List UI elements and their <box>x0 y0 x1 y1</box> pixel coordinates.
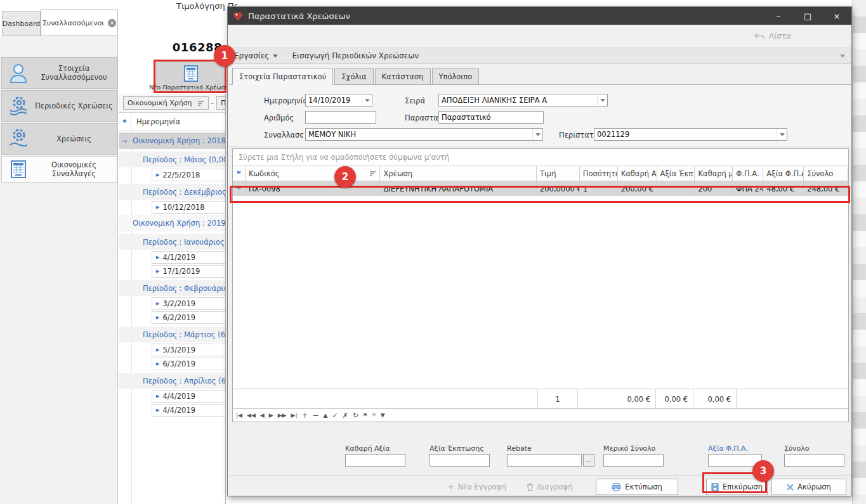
tab-synallassomenoi[interactable]: Συναλλασσόμενοι × <box>41 10 118 36</box>
tree-row-period[interactable]: Περίοδος : Μάρτιος (62,00 , <box>119 326 225 342</box>
nav-next-icon[interactable]: ▶ <box>269 412 273 418</box>
print-button[interactable]: Εκτύπωση <box>596 479 678 495</box>
tree-row-date[interactable]: ▶6/3/2019 <box>119 357 225 370</box>
cell-code[interactable]: ΠΧ-0098 <box>246 181 381 196</box>
net-value-field[interactable] <box>345 454 405 467</box>
tree-row-period[interactable]: Περίοδος : Μάιος (0,00 , 372 <box>119 152 225 167</box>
rebate-field[interactable] <box>507 454 582 467</box>
list-button[interactable]: Λίστα <box>769 32 791 41</box>
tab-dashboard[interactable]: Dashboard <box>2 11 41 36</box>
grid-data-row[interactable]: * ΠΧ-0098 ΔΙΕΡΕΥΝΗΤΙΚΗ ΛΑΠΑΡΟΤΟΜΙΑ 200,0… <box>233 181 848 196</box>
incident-dropdown-icon[interactable] <box>777 129 787 140</box>
tab-status[interactable]: Κατάσταση <box>375 68 431 85</box>
nav-refresh-icon[interactable]: ↻ <box>353 411 358 420</box>
date-field[interactable]: 14/10/2019 <box>305 94 372 107</box>
tree-row-date[interactable]: ▶3/2/2019 <box>119 297 225 310</box>
expand-arrow-icon: ▶ <box>156 269 159 274</box>
incident-field[interactable]: 0021129 <box>594 128 787 141</box>
tree-row-year-2019[interactable]: Οικονομική Χρήση : 2019 (288, <box>119 215 225 231</box>
tree-column-header[interactable]: * Ημερομηνία <box>119 113 225 131</box>
tree-row-date[interactable]: ▶17/1/2019 <box>119 264 225 278</box>
cancel-button[interactable]: Ακύρωση <box>771 479 846 495</box>
tree-row-date[interactable]: ▶6/2/2019 <box>119 311 225 324</box>
tree-row-period[interactable]: Περίοδος : Δεκέμβριος (0,00 <box>119 184 225 200</box>
date-dropdown-icon[interactable] <box>362 94 372 106</box>
rebate-ellipsis-button[interactable]: ... <box>583 454 594 467</box>
minimize-button[interactable]: – <box>764 7 793 25</box>
nav-cancel-icon[interactable]: ✗ <box>343 411 348 420</box>
print-label: Εκτύπωση <box>625 482 662 491</box>
import-periodic-charges-action[interactable]: Εισαγωγή Περιοδικών Χρεώσεων <box>292 51 419 60</box>
cell-charge[interactable]: ΔΙΕΡΕΥΝΗΤΙΚΗ ΛΑΠΑΡΟΤΟΜΙΑ <box>380 181 536 196</box>
cell-discount-value[interactable] <box>657 181 695 196</box>
cell-price[interactable]: 200,0000 € <box>537 181 580 196</box>
close-button[interactable]: × <box>822 7 851 25</box>
tree-row-date[interactable]: ▶5/3/2019 <box>119 343 225 356</box>
nav-prev-icon[interactable]: ◀ <box>260 412 265 418</box>
sidebar-item-customer-details[interactable]: Στοιχεία Συναλλασσόμενου <box>1 57 117 89</box>
tab-balance[interactable]: Υπόλοιπο <box>432 68 480 85</box>
tab-close-icon[interactable]: × <box>108 19 116 27</box>
tree-row-date[interactable]: ▶4/4/2019 <box>119 389 225 403</box>
nav-edit-icon[interactable]: ▲ <box>324 412 328 418</box>
grid-col-discount-value[interactable]: Αξία Έκπτ <box>657 166 695 181</box>
new-record-button[interactable]: + Νέα Εγγραφή <box>442 479 512 495</box>
sidebar-item-financial-transactions[interactable]: Οικονομικές Συναλλαγές <box>1 156 117 183</box>
grid-col-net-after[interactable]: Καθαρή με <box>695 166 733 181</box>
total-field[interactable] <box>784 454 844 467</box>
subtotal-field[interactable] <box>603 454 664 467</box>
sidebar-item-periodic-charges[interactable]: Περιοδικές Χρεώσεις <box>1 90 117 122</box>
tree-row-date[interactable]: ▶22/5/2018 <box>119 168 225 181</box>
cell-total[interactable]: 248,00 € <box>804 181 848 196</box>
discount-value-field[interactable] <box>430 454 490 467</box>
cell-quantity[interactable]: 1 <box>580 181 618 196</box>
trader-field[interactable]: ΜΕΜΟΥ ΝΙΚΗ <box>305 128 543 141</box>
grid-col-charge[interactable]: Χρέωση <box>380 166 536 181</box>
trader-dropdown-icon[interactable] <box>532 129 542 140</box>
dialog-titlebar[interactable]: Παραστατικά Χρεώσεων – □ × <box>228 7 851 25</box>
tree-row-year-2018[interactable]: → Οικονομική Χρήση : 2018 (0,00 <box>119 132 225 149</box>
nav-asterisk-icon[interactable]: * <box>363 411 367 420</box>
nav-next-page-icon[interactable]: ▶▶ <box>278 412 287 418</box>
grid-col-quantity[interactable]: Ποσότητα <box>580 166 618 181</box>
cell-vat-value[interactable]: 48,00 € <box>763 181 804 196</box>
nav-last-icon[interactable]: ▶| <box>291 412 298 418</box>
sidebar-item-charges[interactable]: Χρεώσεις <box>1 123 117 155</box>
cell-net-value[interactable]: 200,00 € <box>618 181 657 196</box>
tab-comments[interactable]: Σχόλια <box>334 68 373 85</box>
nav-filter-icon[interactable]: ▼ <box>381 412 385 418</box>
number-field[interactable] <box>305 111 376 124</box>
nav-prev-page-icon[interactable]: ◀◀ <box>247 412 256 418</box>
series-field[interactable]: ΑΠΟΔΕΙΞΗ ΛΙΑΝΙΚΗΣ ΣΕΙΡΑ Α <box>438 94 608 107</box>
nav-first-icon[interactable]: |◀ <box>236 412 242 418</box>
group-chip-period[interactable]: Περί <box>216 96 226 110</box>
nav-add-icon[interactable]: + <box>301 411 308 420</box>
tree-row-date[interactable]: ▶4/4/2019 <box>119 403 225 417</box>
nav-asterisk-dim-icon[interactable]: * <box>372 411 376 420</box>
grid-col-net-value[interactable]: Καθαρή Αξ <box>618 166 657 181</box>
grid-col-code[interactable]: Κωδικός <box>246 166 381 181</box>
new-charge-document-button[interactable]: Νέο Παραστατικό Χρέωσης <box>155 61 226 93</box>
tab-document-details[interactable]: Στοιχεία Παραστατικού <box>232 68 333 85</box>
delete-button[interactable]: Διαγραφή <box>521 479 578 495</box>
group-chip-fiscal-year[interactable]: Οικονομική Χρήση <box>123 96 209 110</box>
grid-col-vat-value[interactable]: Αξία Φ.Π.Α <box>763 166 804 181</box>
tree-row-date[interactable]: ▶4/1/2019 <box>119 250 225 264</box>
tree-row-period[interactable]: Περίοδος : Φεβρουάριος (62 <box>119 280 225 296</box>
validate-button[interactable]: Επικύρωση <box>706 479 768 495</box>
grid-col-vat[interactable]: Φ.Π.Α. <box>733 166 763 181</box>
tree-row-period[interactable]: Περίοδος : Ιανουάριος (102, <box>119 234 225 250</box>
cell-net-after[interactable]: 200 <box>695 181 733 196</box>
tree-row-date[interactable]: ▶10/12/2018 <box>119 200 225 214</box>
ergasies-menu[interactable]: Εργασίες <box>234 51 269 60</box>
tree-row-period[interactable]: Περίοδος : Απρίλιος (62,00 , <box>119 373 225 389</box>
nav-confirm-icon[interactable]: ✓ <box>332 411 338 420</box>
cell-vat[interactable]: ΦΠΑ 24% <box>733 181 763 196</box>
document-field[interactable]: Παραστατικό <box>438 111 544 124</box>
maximize-button[interactable]: □ <box>793 7 822 25</box>
series-dropdown-icon[interactable] <box>597 94 607 106</box>
toolbar-dropdown-icon[interactable] <box>840 55 845 58</box>
nav-remove-icon[interactable]: − <box>313 411 319 420</box>
grid-col-total[interactable]: Σύνολο <box>804 166 848 181</box>
grid-col-price[interactable]: Τιμή <box>537 166 580 181</box>
